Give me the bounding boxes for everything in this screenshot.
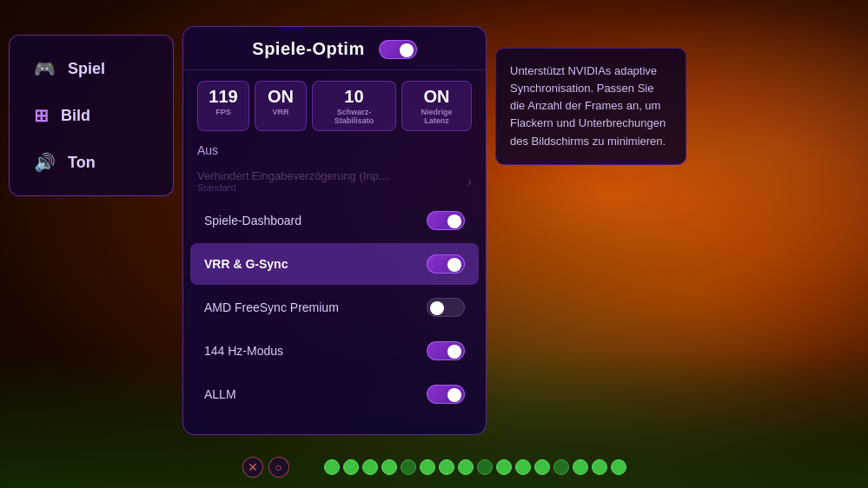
menu-item-allm[interactable]: ALLM [190, 373, 479, 415]
dot-9 [477, 459, 493, 475]
main-panel: Spiele-Optim 119 FPS ON VRR 10 Schwarz-S… [182, 26, 487, 435]
o-button-icon: ○ [268, 457, 289, 478]
sidebar-item-spiel[interactable]: 🎮 Spiel [17, 46, 166, 91]
controller-buttons: ✕ ○ [242, 457, 289, 478]
dot-5 [401, 459, 416, 475]
dot-15 [592, 459, 607, 475]
panel-main-toggle[interactable] [379, 40, 417, 59]
stat-schwarz: 10 Schwarz-Stabilisato [312, 81, 396, 131]
toggle-spiele-dashboard[interactable] [427, 211, 465, 230]
fps-label: FPS [207, 108, 240, 116]
disabled-item-sub: Standard [197, 182, 388, 193]
sound-icon: 🔊 [34, 152, 56, 173]
aus-label: Aus [197, 143, 218, 157]
menu-item-spiele-dashboard[interactable]: Spiele-Dashboard [190, 200, 479, 241]
toggle-vrr-gsync[interactable] [427, 254, 465, 274]
dot-6 [420, 459, 435, 475]
panel-title: Spiele-Optim [252, 39, 364, 59]
toggle-144hz[interactable] [427, 341, 465, 360]
dot-3 [362, 459, 378, 475]
menu-label-amd-freesync: AMD FreeSync Premium [204, 300, 339, 314]
toggle-allm[interactable] [427, 385, 465, 404]
dot-7 [439, 459, 454, 475]
game-icon: 🎮 [34, 58, 56, 79]
menu-label-spiele-dashboard: Spiele-Dashboard [204, 214, 301, 228]
sidebar-label-ton: Ton [68, 154, 96, 172]
schwarz-label: Schwarz-Stabilisato [321, 108, 387, 125]
image-icon: ⊞ [34, 105, 49, 126]
vrr-value: ON [264, 87, 297, 107]
disabled-input-delay-item: Verhindert Eingabeverzögerung (Inp... St… [183, 162, 486, 198]
stat-latenz: ON Niedrige Latenz [401, 81, 472, 131]
toggle-knob [447, 214, 461, 228]
fps-value: 119 [207, 87, 240, 107]
latenz-value: ON [411, 87, 462, 107]
toggle-knob [447, 258, 461, 272]
sidebar-label-spiel: Spiel [68, 60, 105, 78]
dot-12 [534, 459, 550, 475]
stat-fps: 119 FPS [197, 81, 249, 131]
toggle-knob [400, 43, 414, 57]
menu-item-vrr-gsync[interactable]: VRR & G-Sync [190, 243, 479, 285]
latenz-label: Niedrige Latenz [411, 108, 462, 125]
dot-13 [553, 459, 569, 475]
sidebar: 🎮 Spiel ⊞ Bild 🔊 Ton [9, 35, 174, 196]
disabled-item-text: Verhindert Eingabeverzögerung (Inp... [197, 169, 388, 182]
dot-2 [343, 459, 359, 475]
dot-16 [611, 459, 626, 475]
toggle-knob [447, 345, 461, 359]
toggle-knob [447, 388, 461, 402]
sidebar-item-bild[interactable]: ⊞ Bild [17, 93, 166, 138]
status-dots [324, 459, 626, 475]
menu-label-allm: ALLM [204, 387, 236, 401]
toggle-knob [430, 301, 444, 315]
dot-10 [496, 459, 512, 475]
dot-8 [458, 459, 474, 475]
stats-row: 119 FPS ON VRR 10 Schwarz-Stabilisato ON… [183, 70, 486, 138]
dot-11 [515, 459, 531, 475]
stat-vrr: ON VRR [255, 81, 307, 131]
menu-label-vrr-gsync: VRR & G-Sync [204, 257, 288, 271]
aus-row: Aus [183, 138, 486, 162]
menu-item-amd-freesync[interactable]: AMD FreeSync Premium [190, 287, 479, 328]
schwarz-value: 10 [321, 87, 387, 107]
toggle-amd-freesync[interactable] [427, 298, 465, 317]
dot-4 [381, 459, 397, 475]
menu-item-144hz[interactable]: 144 Hz-Modus [190, 330, 479, 372]
info-panel: Unterstützt NVIDIAs adaptive Synchronisa… [495, 48, 686, 165]
dot-1 [324, 459, 340, 475]
chevron-right-icon: › [467, 175, 472, 188]
x-button-icon: ✕ [242, 457, 263, 478]
vrr-label: VRR [264, 108, 297, 116]
sidebar-item-ton[interactable]: 🔊 Ton [17, 140, 166, 185]
menu-label-144hz: 144 Hz-Modus [204, 344, 283, 358]
panel-header: Spiele-Optim [183, 27, 486, 70]
sidebar-label-bild: Bild [61, 107, 90, 125]
info-text: Unterstützt NVIDIAs adaptive Synchronisa… [510, 64, 666, 148]
dot-14 [573, 459, 588, 475]
bottom-bar: ✕ ○ [0, 457, 868, 478]
